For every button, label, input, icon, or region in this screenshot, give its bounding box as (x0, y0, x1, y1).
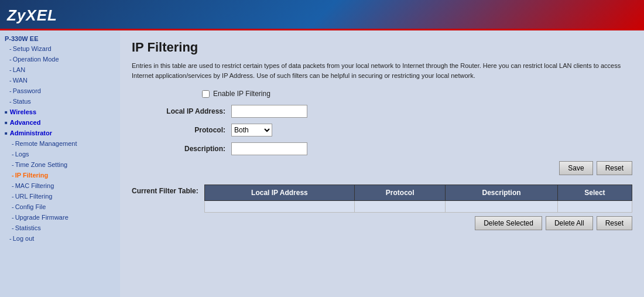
sidebar-item-logout[interactable]: - Log out (0, 233, 120, 244)
device-label: P-330W EE (0, 33, 120, 43)
sidebar-item-wan[interactable]: - WAN (0, 75, 120, 86)
sidebar-item-time-zone[interactable]: - Time Zone Setting (0, 159, 120, 170)
delete-all-button[interactable]: Delete All (546, 216, 593, 230)
form-buttons: Save Reset (132, 161, 632, 175)
sidebar-item-ip-filtering[interactable]: - IP Filtering (0, 170, 120, 180)
table-reset-button[interactable]: Reset (597, 216, 632, 230)
sidebar-item-statistics[interactable]: - Statistics (0, 223, 120, 233)
sidebar-item-operation-mode[interactable]: - Operation Mode (0, 54, 120, 64)
protocol-select[interactable]: Both TCP UDP (231, 124, 272, 136)
col-local-ip: Local IP Address (204, 185, 354, 201)
filter-table: Local IP Address Protocol Description Se… (204, 185, 632, 213)
form-area: Local IP Address: Protocol: Both TCP UDP… (132, 105, 632, 155)
col-protocol: Protocol (355, 185, 446, 201)
sidebar-item-logs[interactable]: - Logs (0, 149, 120, 159)
enable-label: Enable IP Filtering (213, 90, 270, 98)
enable-row: Enable IP Filtering (132, 90, 632, 98)
save-button[interactable]: Save (559, 161, 592, 175)
sidebar: P-330W EE - Setup Wizard - Operation Mod… (0, 30, 120, 297)
table-row-empty (204, 201, 632, 213)
col-select: Select (557, 185, 632, 201)
sidebar-item-administrator[interactable]: Administrator (0, 128, 120, 138)
local-ip-row: Local IP Address: (132, 105, 632, 118)
reset-button[interactable]: Reset (597, 161, 632, 175)
sidebar-item-remote-management[interactable]: - Remote Management (0, 138, 120, 149)
description-row: Description: (132, 142, 632, 155)
local-ip-label: Local IP Address: (155, 107, 231, 115)
sidebar-item-status[interactable]: - Status (0, 96, 120, 107)
sidebar-item-setup-wizard[interactable]: - Setup Wizard (0, 43, 120, 54)
local-ip-input[interactable] (231, 105, 307, 118)
sidebar-item-upgrade-firmware[interactable]: - Upgrade Firmware (0, 212, 120, 223)
zyxel-logo: ZyXEL (7, 6, 57, 25)
sidebar-item-url-filtering[interactable]: - URL Filtering (0, 191, 120, 202)
layout: P-330W EE - Setup Wizard - Operation Mod… (0, 30, 644, 297)
description-label: Description: (155, 145, 231, 153)
main-content: IP Filtering Entries in this table are u… (120, 30, 644, 297)
sidebar-item-password[interactable]: - Password (0, 86, 120, 96)
sidebar-item-lan[interactable]: - LAN (0, 64, 120, 75)
sidebar-item-advanced[interactable]: Advanced (0, 117, 120, 128)
table-buttons: Delete Selected Delete All Reset (204, 216, 632, 230)
protocol-label: Protocol: (155, 126, 231, 134)
col-description: Description (446, 185, 558, 201)
page-description: Entries in this table are used to restri… (132, 61, 624, 80)
sidebar-item-wireless[interactable]: Wireless (0, 107, 120, 117)
protocol-row: Protocol: Both TCP UDP (132, 124, 632, 136)
sidebar-item-mac-filtering[interactable]: - MAC Filtering (0, 180, 120, 191)
header: ZyXEL (0, 0, 644, 30)
sidebar-item-config-file[interactable]: - Config File (0, 202, 120, 212)
page-title: IP Filtering (132, 40, 632, 55)
filter-table-section: Current Filter Table: Local IP Address P… (132, 185, 632, 230)
delete-selected-button[interactable]: Delete Selected (475, 216, 542, 230)
enable-ip-filtering-checkbox[interactable] (202, 90, 210, 98)
filter-table-label: Current Filter Table: (132, 185, 198, 195)
description-input[interactable] (231, 142, 307, 155)
filter-table-container: Local IP Address Protocol Description Se… (204, 185, 632, 230)
